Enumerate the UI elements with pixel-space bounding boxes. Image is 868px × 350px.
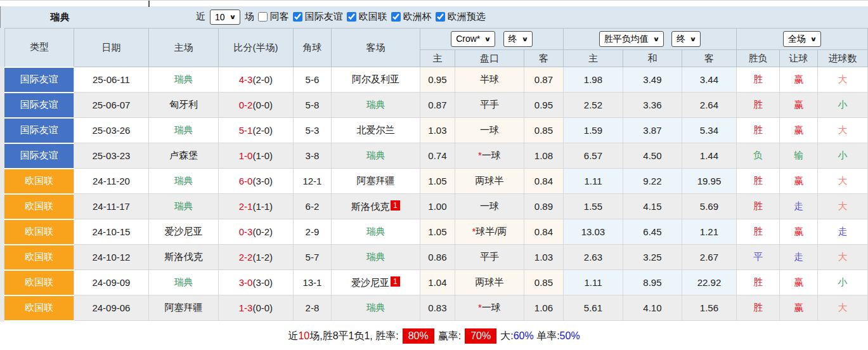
red-card-badge: 1 [391, 200, 400, 211]
cell-goals-result: 小 [817, 270, 867, 295]
cell-avg-draw: 4.10 [623, 295, 682, 321]
subheader-odds-away: 客 [524, 50, 563, 67]
cell-result: 胜 [736, 67, 779, 93]
cell-result: 负 [736, 143, 779, 169]
top-strip [0, 0, 868, 6]
cell-corners: 5-7 [293, 245, 331, 270]
competition-checkbox-euro[interactable] [391, 12, 401, 22]
cell-competition: 欧国联 [4, 219, 74, 245]
subheader-odds-home: 主 [420, 50, 455, 67]
cell-handicap: *一球 [455, 295, 524, 321]
cell-away-team[interactable]: 阿尔及利亚 [331, 67, 420, 93]
cell-home-team[interactable]: 瑞典 [148, 194, 218, 219]
recent-count-select[interactable]: 10 ∨ [210, 10, 240, 25]
cell-odds-away: 0.95 [524, 93, 563, 118]
matches-label: 场 [245, 11, 254, 23]
avg-odds-select[interactable]: 胜平负均值 ∨ [599, 31, 664, 47]
scope-select[interactable]: 全场 ∨ [783, 31, 821, 47]
fulltime-score: 0-3 [239, 226, 253, 237]
cell-odds-home: 1.03 [420, 118, 455, 143]
cell-away-team[interactable]: 瑞典 [331, 143, 420, 169]
table-row: 欧国联 24-09-06 阿塞拜疆 1-3(0-0) 2-8 瑞典 0.83 *… [4, 295, 867, 321]
cell-date: 24-11-20 [74, 169, 148, 194]
left-gutter [0, 28, 4, 321]
cell-competition: 欧国联 [4, 295, 74, 321]
cell-home-team[interactable]: 瑞典 [148, 169, 218, 194]
cell-competition: 欧国联 [4, 270, 74, 295]
handicap-rate-label: 赢率: [438, 330, 461, 343]
competition-checkbox-friendly[interactable] [293, 12, 302, 22]
cell-away-team[interactable]: 瑞典 [331, 245, 420, 270]
header-competition: 类型 [4, 29, 74, 67]
cell-away-team[interactable]: 北爱尔兰 [331, 118, 420, 143]
cell-handicap-result: 赢 [779, 118, 817, 143]
table-row: 欧国联 24-11-20 瑞典 6-0(3-0) 12-1 阿塞拜疆 1.05 … [4, 169, 867, 194]
cell-avg-away: 5.34 [682, 118, 736, 143]
cell-score: 0-3(0-2) [218, 219, 293, 245]
cell-home-team[interactable]: 瑞典 [148, 118, 218, 143]
cell-competition: 国际友谊 [4, 93, 74, 118]
cell-odds-home: 0.95 [420, 67, 455, 93]
cell-result: 胜 [736, 118, 779, 143]
cell-handicap-result: 赢 [779, 169, 817, 194]
cell-avg-away: 5.69 [682, 194, 736, 219]
avg-time-select[interactable]: 终 ∨ [671, 31, 701, 47]
chevron-down-icon: ∨ [229, 13, 236, 22]
cell-home-team[interactable]: 匈牙利 [148, 93, 218, 118]
cell-home-team[interactable]: 斯洛伐克 [148, 245, 218, 270]
cell-home-team[interactable]: 阿塞拜疆 [148, 295, 218, 321]
cell-competition: 国际友谊 [4, 118, 74, 143]
cell-home-team[interactable]: 卢森堡 [148, 143, 218, 169]
cell-handicap: 平手 [455, 245, 524, 270]
cell-home-team[interactable]: 爱沙尼亚 [148, 219, 218, 245]
cell-away-team[interactable]: 斯洛伐克1 [331, 194, 420, 219]
halftime-score: (3-0) [252, 277, 273, 288]
cell-home-team[interactable]: 瑞典 [148, 67, 218, 93]
cell-date: 25-06-07 [74, 93, 148, 118]
cell-date: 25-06-11 [74, 67, 148, 93]
cell-goals-result: 大 [817, 245, 867, 270]
table-row: 欧国联 24-09-09 瑞典 3-0(3-0) 13-1 爱沙尼亚1 1.04… [4, 270, 867, 295]
summary-stats: 场,胜8平1负1, 胜率: [309, 330, 398, 343]
competition-checkbox-nations-league[interactable] [347, 12, 356, 22]
cell-home-team[interactable]: 瑞典 [148, 270, 218, 295]
odds-company-select[interactable]: Crow* ∨ [451, 31, 495, 47]
fulltime-score: 2-1 [239, 201, 253, 212]
cell-date: 24-10-12 [74, 245, 148, 270]
cell-away-team[interactable]: 爱沙尼亚1 [331, 270, 420, 295]
cell-date: 25-03-23 [74, 143, 148, 169]
win-rate-badge: 80% [403, 328, 434, 344]
cell-handicap-result: 赢 [779, 295, 817, 321]
cell-score: 1-0(1-0) [218, 143, 293, 169]
subheader-handicap: 盘口 [455, 50, 524, 67]
cell-result: 胜 [736, 169, 779, 194]
matches-table: 类型 日期 主场 比分(半场) 角球 客场 Crow* ∨ 终 ∨ [4, 28, 868, 321]
odds-time-select[interactable]: 终 ∨ [503, 31, 533, 47]
cell-handicap: 一球 [455, 118, 524, 143]
cell-away-team[interactable]: 瑞典 [331, 93, 420, 118]
cell-score: 6-0(3-0) [218, 169, 293, 194]
cell-away-team[interactable]: 瑞典 [331, 219, 420, 245]
same-away-label: 同客 [270, 11, 289, 23]
cell-handicap: 半球 [455, 67, 524, 93]
chevron-down-icon: ∨ [484, 35, 491, 44]
cell-odds-away: 0.84 [524, 219, 563, 245]
table-row: 国际友谊 25-06-07 匈牙利 0-2(0-0) 5-8 瑞典 0.87 平… [4, 93, 867, 118]
same-away-checkbox[interactable] [258, 12, 268, 22]
cell-result: 胜 [736, 295, 779, 321]
competition-checkbox-euro-qualifiers[interactable] [436, 12, 445, 22]
handicap-text: 两球半 [475, 175, 503, 186]
cell-handicap: 一球 [455, 194, 524, 219]
halftime-score: (2-0) [252, 74, 273, 85]
cell-away-team[interactable]: 瑞典 [331, 295, 420, 321]
cell-avg-draw: 4.15 [623, 194, 682, 219]
table-row: 国际友谊 25-06-11 瑞典 4-3(2-0) 5-6 阿尔及利亚 0.95… [4, 67, 867, 93]
cell-result: 胜 [736, 270, 779, 295]
halftime-score: (3-0) [252, 176, 273, 186]
cell-away-team[interactable]: 阿塞拜疆 [331, 169, 420, 194]
summary-prefix: 近 [288, 330, 298, 343]
big-rate-label: 大: [500, 330, 513, 343]
cell-result: 胜 [736, 219, 779, 245]
cell-avg-away: 3.44 [682, 67, 736, 93]
cell-odds-home: 1.05 [420, 169, 455, 194]
